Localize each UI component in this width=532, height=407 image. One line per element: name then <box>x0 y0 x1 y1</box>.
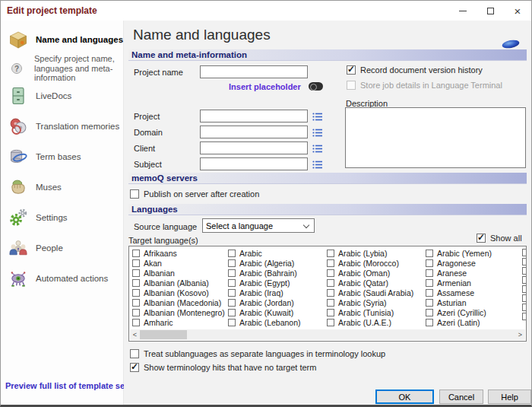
language-checkbox[interactable] <box>522 276 527 284</box>
language-checkbox[interactable] <box>327 269 334 277</box>
language-checkbox[interactable] <box>228 279 236 287</box>
language-checkbox[interactable] <box>228 319 236 326</box>
scrollbar-thumb[interactable] <box>140 330 187 339</box>
language-option[interactable]: Albanian (Kosovo) <box>132 288 225 297</box>
client-field-input[interactable] <box>200 141 308 154</box>
language-checkbox[interactable] <box>426 319 433 326</box>
language-option[interactable]: Arabic (Jordan) <box>228 297 301 307</box>
language-option[interactable]: Arabic (U.A.E.) <box>327 317 413 327</box>
language-checkbox[interactable] <box>132 269 140 277</box>
language-checkbox[interactable] <box>228 309 236 316</box>
language-option[interactable]: Albanian (Macedonia) <box>132 297 225 307</box>
language-checkbox[interactable] <box>426 269 433 277</box>
language-checkbox[interactable] <box>327 259 334 267</box>
subject-list-button[interactable] <box>311 158 323 170</box>
project-list-button[interactable] <box>311 110 323 122</box>
language-checkbox[interactable] <box>132 309 140 316</box>
language-option[interactable]: Albanian <box>132 268 225 278</box>
sidebar-item-term-bases[interactable]: Term bases <box>7 145 81 168</box>
language-option[interactable]: Armenian <box>426 278 492 288</box>
sidebar-item-muses[interactable]: Muses <box>7 176 62 199</box>
insert-placeholder-toggle[interactable] <box>309 82 323 91</box>
client-list-button[interactable] <box>311 142 323 154</box>
language-option[interactable]: Arabic (Kuwait) <box>228 307 301 317</box>
show-terminology-hits-checkbox[interactable]: Show terminology hits that have no targe… <box>130 363 316 372</box>
language-option[interactable]: Arabic (Saudi Arabia) <box>327 288 413 297</box>
checkbox-icon[interactable] <box>130 349 139 358</box>
language-option[interactable]: Albanian (Montenegro) <box>132 307 225 317</box>
checkbox-icon[interactable] <box>477 234 486 243</box>
language-option[interactable]: Afrikaans <box>132 248 225 258</box>
language-checkbox[interactable] <box>426 299 433 307</box>
maximize-button[interactable] <box>477 1 504 21</box>
language-checkbox[interactable] <box>522 249 527 256</box>
language-option[interactable]: Arabic <box>228 248 301 258</box>
language-checkbox[interactable] <box>426 250 433 257</box>
checkbox-icon[interactable] <box>130 189 139 199</box>
language-checkbox[interactable] <box>132 279 140 287</box>
record-version-history-checkbox[interactable]: Record document version history <box>347 65 483 75</box>
sidebar-item-people[interactable]: People <box>7 237 63 259</box>
sidebar-item-translation-memories[interactable]: Translation memories <box>7 115 119 138</box>
subject-field-input[interactable] <box>200 157 308 170</box>
language-option[interactable]: Aranese <box>426 268 492 278</box>
language-option[interactable]: Assamese <box>426 288 492 297</box>
language-checkbox[interactable] <box>132 250 140 257</box>
language-checkbox[interactable] <box>327 279 334 287</box>
language-option[interactable]: Azeri (Latin) <box>426 317 492 327</box>
description-textarea[interactable] <box>345 107 526 168</box>
help-button[interactable]: Help <box>488 390 531 404</box>
language-checkbox[interactable] <box>228 269 236 277</box>
sidebar-item-name-and-languages[interactable]: Name and languages <box>7 28 123 51</box>
language-option[interactable]: Arabic (Tunisia) <box>327 307 413 317</box>
language-option[interactable]: Arabic (Egypt) <box>228 278 301 288</box>
project-field-input[interactable] <box>200 110 308 122</box>
language-checkbox[interactable] <box>426 259 433 267</box>
language-checkbox[interactable] <box>426 279 433 287</box>
ok-button[interactable]: OK <box>375 390 434 404</box>
language-checkbox[interactable] <box>228 250 236 257</box>
language-option[interactable]: Aragonese <box>426 258 492 268</box>
language-option[interactable]: Arabic (Bahrain) <box>228 268 301 278</box>
language-option[interactable]: Akan <box>132 258 225 268</box>
language-checkbox[interactable] <box>132 319 140 326</box>
language-checkbox[interactable] <box>522 304 527 311</box>
sidebar-item-livedocs[interactable]: LiveDocs <box>7 84 71 107</box>
sidebar-item-settings[interactable]: Settings <box>7 206 68 229</box>
language-option[interactable]: Arabic (Algeria) <box>228 258 301 268</box>
language-option[interactable]: Arabic (Iraq) <box>228 288 301 297</box>
language-checkbox[interactable] <box>522 313 527 320</box>
language-checkbox[interactable] <box>228 259 236 267</box>
language-option[interactable]: Arabic (Syria) <box>327 297 413 307</box>
domain-list-button[interactable] <box>311 126 323 138</box>
language-option[interactable]: Amharic <box>132 317 225 327</box>
language-checkbox[interactable] <box>132 299 140 307</box>
target-languages-listbox[interactable]: Afrikaans Akan Albanian Albanian (Albani… <box>128 246 527 342</box>
language-checkbox[interactable] <box>228 299 236 307</box>
language-option[interactable]: Azeri (Cyrillic) <box>426 307 492 317</box>
language-checkbox[interactable] <box>522 267 527 275</box>
horizontal-scrollbar[interactable]: < > <box>130 329 525 340</box>
language-checkbox[interactable] <box>522 294 527 302</box>
minimize-button[interactable] <box>449 1 477 21</box>
scroll-right-icon[interactable]: > <box>515 329 525 340</box>
domain-field-input[interactable] <box>200 126 308 138</box>
language-option[interactable]: Arabic (Qatar) <box>327 278 413 288</box>
sidebar-item-automated-actions[interactable]: Automated actions <box>7 267 108 290</box>
language-option[interactable]: Asturian <box>426 297 492 307</box>
language-checkbox[interactable] <box>327 289 334 297</box>
language-checkbox[interactable] <box>426 289 433 297</box>
language-checkbox[interactable] <box>327 319 334 326</box>
language-option[interactable]: Arabic (Morocco) <box>327 258 413 268</box>
language-checkbox[interactable] <box>426 309 433 316</box>
language-checkbox[interactable] <box>327 250 334 257</box>
language-option[interactable]: Arabic (Oman) <box>327 268 413 278</box>
show-all-checkbox[interactable]: Show all <box>477 234 522 243</box>
publish-on-server-checkbox[interactable]: Publish on server after creation <box>130 189 259 199</box>
treat-sublanguages-checkbox[interactable]: Treat sublanguages as separate languages… <box>130 349 385 358</box>
language-checkbox[interactable] <box>132 289 140 297</box>
language-option[interactable]: Arabic (Yemen) <box>426 248 492 258</box>
language-checkbox[interactable] <box>522 285 527 293</box>
project-name-input[interactable] <box>200 65 308 78</box>
cancel-button[interactable]: Cancel <box>439 390 483 404</box>
